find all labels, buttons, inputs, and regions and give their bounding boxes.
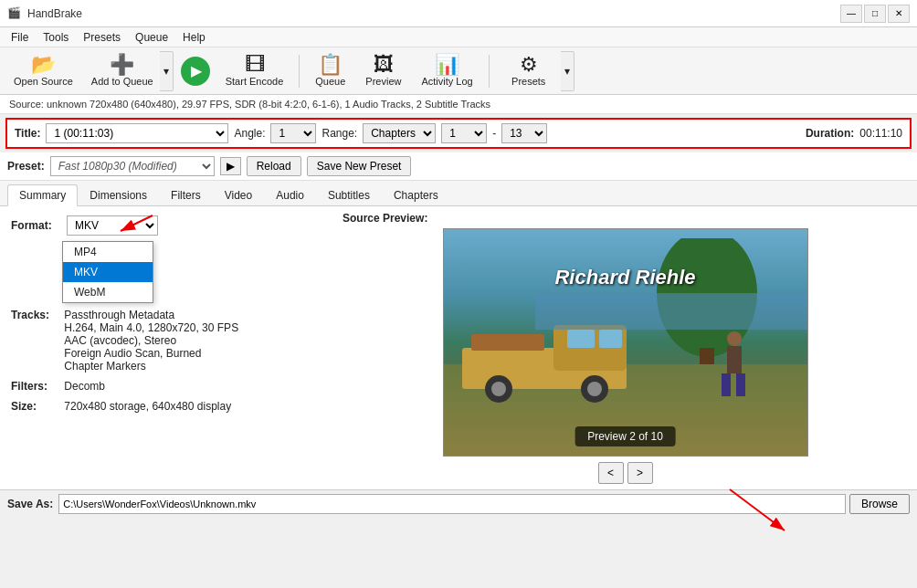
- tab-audio[interactable]: Audio: [264, 184, 316, 205]
- tab-dimensions[interactable]: Dimensions: [78, 184, 159, 205]
- track-line-3: AAC (avcodec), Stereo: [64, 334, 238, 347]
- save-bar: Save As: Browse: [0, 489, 917, 517]
- preview-image: Richard Riehle Preview 2 of 10: [443, 228, 808, 457]
- main-content: Format: MKV MP4 MKV WebM Tra: [0, 206, 917, 489]
- track-line-4: Foreign Audio Scan, Burned: [64, 347, 238, 360]
- truck: [462, 320, 663, 405]
- svg-rect-15: [722, 373, 731, 396]
- track-line-2: H.264, Main 4.0, 1280x720, 30 FPS: [64, 321, 238, 334]
- preview-next-button[interactable]: >: [627, 462, 653, 484]
- maximize-button[interactable]: □: [864, 5, 886, 23]
- preset-row: Preset: Fast 1080p30 (Modified) ▶ Reload…: [0, 152, 917, 181]
- format-option-webm[interactable]: WebM: [63, 282, 153, 302]
- person-svg: [716, 330, 753, 403]
- add-queue-icon: ➕: [110, 55, 134, 75]
- reload-button[interactable]: Reload: [247, 156, 301, 176]
- app-icon: 🎬: [7, 6, 22, 21]
- queue-icon: 📋: [318, 55, 343, 75]
- queue-label: Queue: [315, 76, 345, 87]
- browse-arrow-annotation: [725, 485, 798, 489]
- person-silhouette: [716, 330, 753, 405]
- truck-svg: [462, 320, 663, 403]
- format-option-mkv[interactable]: MKV: [63, 262, 153, 282]
- preview-label: Preview: [365, 76, 401, 87]
- preset-select[interactable]: Fast 1080p30 (Modified): [50, 156, 215, 176]
- svg-point-9: [491, 382, 506, 396]
- right-panel: Source Preview:: [333, 206, 917, 489]
- open-source-icon: 📂: [31, 55, 56, 75]
- start-encode-label: Start Encode: [226, 76, 284, 87]
- encode-icon: 🎞: [245, 55, 265, 75]
- title-select[interactable]: 1 (00:11:03): [46, 123, 228, 143]
- size-row: Size: 720x480 storage, 640x480 display: [11, 400, 322, 413]
- preview-overlay-text: Richard Riehle: [444, 266, 807, 289]
- menu-file[interactable]: File: [4, 29, 36, 46]
- close-button[interactable]: ✕: [888, 5, 910, 23]
- tab-video[interactable]: Video: [213, 184, 264, 205]
- tracks-label: Tracks:: [11, 309, 61, 321]
- size-label: Size:: [11, 400, 61, 413]
- preview-prev-button[interactable]: <: [598, 462, 624, 484]
- source-value: unknown: [47, 99, 87, 110]
- tracks-row: Tracks: Passthrough Metadata H.264, Main…: [11, 309, 322, 373]
- tab-chapters[interactable]: Chapters: [382, 184, 450, 205]
- browse-arrow-svg: [725, 485, 798, 489]
- source-preview-label: Source Preview:: [343, 212, 427, 225]
- tab-subtitles[interactable]: Subtitles: [316, 184, 382, 205]
- activity-log-icon: 📊: [435, 55, 459, 75]
- title-row: Title: 1 (00:11:03) Angle: 1 Range: Chap…: [5, 118, 912, 149]
- add-to-queue-split-button: ➕ Add to Queue ▾: [85, 51, 174, 91]
- tracks-values: Passthrough Metadata H.264, Main 4.0, 12…: [64, 309, 238, 373]
- queue-button[interactable]: 📋 Queue: [307, 51, 353, 91]
- preview-nav: < >: [598, 462, 653, 484]
- left-panel: Format: MKV MP4 MKV WebM Tra: [0, 206, 333, 489]
- minimize-button[interactable]: —: [840, 5, 862, 23]
- source-info: 720x480 (640x480), 29.97 FPS, SDR (8-bit…: [90, 99, 490, 110]
- preset-label: Preset:: [7, 160, 45, 173]
- angle-select[interactable]: 1: [270, 123, 316, 143]
- tabs-bar: Summary Dimensions Filters Video Audio S…: [0, 181, 917, 206]
- add-to-queue-dropdown-button[interactable]: ▾: [160, 51, 174, 91]
- menu-presets[interactable]: Presets: [76, 29, 128, 46]
- menu-tools[interactable]: Tools: [36, 29, 76, 46]
- filters-value: Decomb: [64, 380, 105, 393]
- activity-log-button[interactable]: 📊 Activity Log: [413, 51, 480, 91]
- format-option-mp4[interactable]: MP4: [63, 242, 153, 262]
- presets-button[interactable]: ⚙ Presets: [497, 51, 561, 91]
- save-path-input[interactable]: [58, 494, 846, 514]
- add-to-queue-button[interactable]: ➕ Add to Queue: [85, 51, 160, 91]
- toolbar-divider-2: [489, 55, 490, 88]
- preview-button[interactable]: 🖼 Preview: [357, 51, 409, 91]
- open-source-button[interactable]: 📂 Open Source: [5, 51, 81, 91]
- format-dropdown: MP4 MKV WebM: [62, 241, 153, 303]
- range-to-select[interactable]: 13: [501, 123, 547, 143]
- menu-bar: File Tools Presets Queue Help: [0, 27, 917, 47]
- range-from-select[interactable]: 1: [441, 123, 487, 143]
- menu-queue[interactable]: Queue: [128, 29, 175, 46]
- range-type-select[interactable]: Chapters: [363, 123, 436, 143]
- svg-rect-12: [471, 334, 544, 351]
- svg-rect-6: [567, 330, 595, 348]
- duration-label: Duration:: [806, 127, 854, 140]
- format-arrow-annotation: [102, 211, 157, 238]
- filters-row: Filters: Decomb: [11, 380, 322, 393]
- track-line-5: Chapter Markers: [64, 360, 238, 373]
- tab-summary[interactable]: Summary: [7, 184, 78, 206]
- title-bar: 🎬 HandBrake — □ ✕: [0, 0, 917, 27]
- filters-label: Filters:: [11, 380, 61, 393]
- title-label: Title:: [15, 127, 40, 140]
- browse-button[interactable]: Browse: [849, 494, 910, 514]
- svg-line-1: [121, 215, 153, 231]
- start-encode-play-button[interactable]: ▶: [181, 57, 210, 86]
- activity-log-label: Activity Log: [421, 76, 472, 87]
- presets-icon: ⚙: [520, 55, 538, 75]
- save-new-preset-button[interactable]: Save New Preset: [307, 156, 412, 176]
- presets-dropdown-button[interactable]: ▾: [561, 51, 574, 91]
- tab-filters[interactable]: Filters: [159, 184, 213, 205]
- angle-label: Angle:: [234, 127, 265, 140]
- size-value: 720x480 storage, 640x480 display: [64, 400, 231, 413]
- start-encode-button[interactable]: 🎞 Start Encode: [217, 51, 292, 91]
- preset-expand-button[interactable]: ▶: [220, 157, 241, 175]
- preview-scene: [444, 229, 807, 456]
- menu-help[interactable]: Help: [175, 29, 213, 46]
